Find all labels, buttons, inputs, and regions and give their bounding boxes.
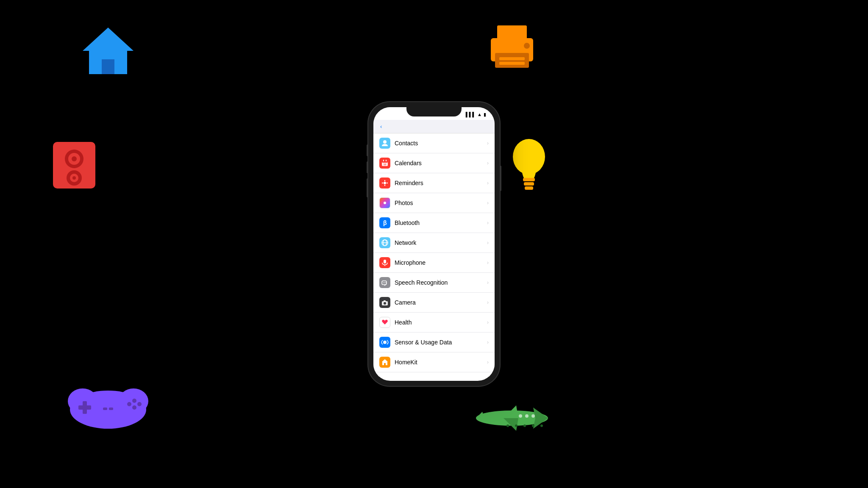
item-icon-health [379,317,390,328]
svg-point-54 [384,202,386,204]
svg-rect-6 [499,62,525,65]
item-label-reminders: Reminders [395,180,487,186]
svg-rect-16 [523,178,535,181]
home-decorative-icon [78,23,138,78]
item-icon-homekit [379,357,390,368]
item-icon-camera [379,297,390,308]
volume-down-button [367,178,368,197]
item-chevron-camera: › [487,299,489,305]
mute-button [367,144,368,156]
svg-point-35 [519,414,522,418]
svg-marker-34 [476,412,484,418]
phone-body: ▌▌▌ ▲ ▮ ‹ Contacts › 12 [368,102,500,386]
settings-item-microphone[interactable]: Microphone › [373,253,495,273]
settings-item-bluetooth[interactable]: β Bluetooth › [373,213,495,233]
item-chevron-photos: › [487,200,489,206]
item-chevron-network: › [487,240,489,246]
svg-point-43 [383,140,387,144]
phone-device: ▌▌▌ ▲ ▮ ‹ Contacts › 12 [368,102,500,386]
svg-rect-45 [382,161,388,163]
item-chevron-microphone: › [487,260,489,266]
item-icon-sensor [379,337,390,348]
svg-marker-69 [382,359,388,365]
airplane-decorative-icon [470,399,554,437]
item-label-sensor: Sensor & Usage Data [395,339,487,346]
item-label-photos: Photos [395,200,487,206]
settings-item-network[interactable]: Network › [373,233,495,253]
printer-decorative-icon [482,21,542,72]
settings-item-contacts[interactable]: Contacts › [373,133,495,153]
item-chevron-calendars: › [487,160,489,166]
nav-bar: ‹ [373,120,495,133]
svg-point-26 [137,402,142,406]
item-chevron-bluetooth: › [487,220,489,226]
gamepad-decorative-icon [66,382,150,429]
item-icon-bluetooth: β [379,217,390,228]
item-label-health: Health [395,319,487,326]
svg-rect-5 [499,57,525,60]
item-icon-calendars: 12 [379,158,390,169]
item-icon-contacts [379,138,390,149]
item-icon-reminders [379,177,390,189]
svg-point-7 [524,43,530,49]
svg-rect-29 [109,408,113,410]
svg-rect-28 [103,408,107,410]
svg-rect-46 [383,160,384,161]
svg-text:12: 12 [384,163,387,166]
svg-rect-59 [384,260,386,263]
item-label-bluetooth: Bluetooth [395,219,487,226]
svg-rect-67 [384,300,386,302]
settings-item-photos[interactable]: Photos › [373,193,495,213]
power-button [500,166,501,191]
svg-rect-23 [83,401,87,414]
item-icon-speech [379,277,390,288]
svg-point-38 [506,424,509,427]
settings-item-health[interactable]: Health › [373,313,495,333]
settings-item-media[interactable]: ♪ Media & Apple Music › [373,372,495,377]
home-icon [78,23,138,78]
item-chevron-health: › [487,319,489,325]
settings-list[interactable]: Contacts › 12 Calendars › Reminders › Ph… [373,133,495,377]
svg-rect-47 [386,160,387,161]
svg-point-27 [132,405,136,410]
settings-item-reminders[interactable]: Reminders › [373,173,495,193]
settings-item-camera[interactable]: Camera › [373,293,495,313]
back-chevron-icon: ‹ [380,123,382,130]
speaker-icon [51,140,97,191]
gamepad-icon [66,382,150,429]
item-label-calendars: Calendars [395,160,487,166]
item-chevron-homekit: › [487,359,489,365]
svg-point-41 [532,424,534,427]
svg-point-62 [383,283,384,283]
svg-point-14 [72,176,76,180]
svg-rect-18 [525,186,533,190]
svg-point-25 [132,399,136,403]
svg-point-24 [127,402,131,406]
settings-item-calendars[interactable]: 12 Calendars › [373,153,495,173]
back-button[interactable]: ‹ [380,123,383,130]
speaker-decorative-icon [51,140,97,191]
svg-rect-17 [524,182,534,186]
item-label-contacts: Contacts [395,140,487,147]
item-icon-photos [379,197,390,208]
item-chevron-speech: › [487,280,489,286]
signal-icon: ▌▌▌ [466,112,476,117]
svg-point-68 [383,341,387,344]
settings-item-speech[interactable]: Speech Recognition › [373,273,495,293]
svg-point-63 [384,283,385,283]
svg-point-40 [523,424,526,427]
item-label-speech: Speech Recognition [395,279,487,286]
item-chevron-sensor: › [487,339,489,345]
svg-point-39 [515,424,517,427]
svg-point-49 [384,182,386,184]
svg-text:β: β [383,219,387,226]
settings-item-homekit[interactable]: HomeKit › [373,352,495,372]
item-label-camera: Camera [395,299,487,306]
settings-item-sensor[interactable]: Sensor & Usage Data › [373,333,495,352]
svg-point-37 [531,414,535,418]
lightbulb-decorative-icon [508,136,550,195]
battery-icon: ▮ [484,112,486,117]
svg-rect-4 [495,53,529,68]
item-chevron-contacts: › [487,140,489,146]
svg-rect-1 [102,59,114,74]
